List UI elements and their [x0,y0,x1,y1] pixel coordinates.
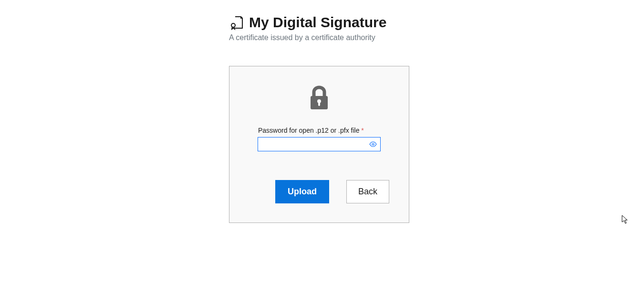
button-row: Upload Back [275,180,389,203]
eye-icon[interactable] [369,141,377,147]
password-input[interactable] [258,137,381,151]
lock-icon [308,85,331,112]
password-input-wrapper [258,137,381,151]
svg-point-0 [231,23,235,27]
page-subtitle: A certificate issued by a certificate au… [229,33,409,42]
upload-card: Password for open .p12 or .pfx file * Up… [229,66,409,223]
svg-point-4 [372,143,374,145]
back-button[interactable]: Back [346,180,389,203]
upload-button[interactable]: Upload [275,180,329,203]
svg-rect-3 [318,102,320,106]
page-header: My Digital Signature [229,14,409,31]
page-title: My Digital Signature [249,14,386,31]
password-label: Password for open .p12 or .pfx file * [258,127,364,134]
mouse-cursor-icon [622,215,629,226]
certificate-icon [229,15,244,30]
